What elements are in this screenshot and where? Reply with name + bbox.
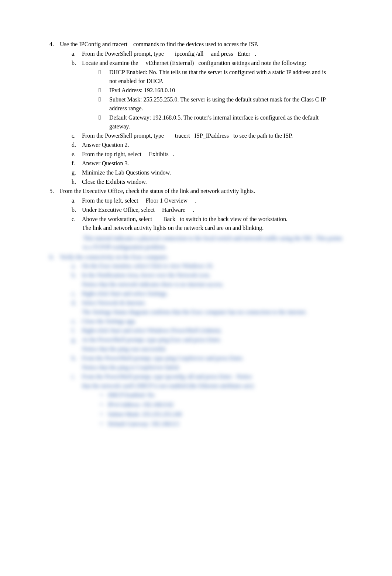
step-number: 5. <box>48 187 60 196</box>
sub-body: From the PowerShell prompt, typeipconfig… <box>82 49 346 58</box>
sub-item-g: g. Minimize the Lab Questions window. <box>72 168 346 177</box>
sub-letter: g. <box>72 335 82 344</box>
step-5-sublist: a. From the top left, selectFloor 1 Over… <box>48 196 346 232</box>
sub-item-c: c. From the PowerShell prompt, typetrace… <box>72 131 346 140</box>
text: to switch to the back view of the workst… <box>180 216 288 222</box>
bullet-text: IPv4 Address: 192.168.0.62 <box>108 400 346 409</box>
bullet-text: Subnet Mask: 255.255.255.0. The server i… <box>109 95 346 113</box>
key: Enter <box>238 51 251 57</box>
sub-body: Locate and examine thevEthernet (Externa… <box>82 59 346 68</box>
bullet-text: Default Gateway: 192.168.0.5 <box>108 420 346 428</box>
sub-letter: a. <box>72 262 82 270</box>
bullet-icon: ▯ <box>98 68 109 86</box>
cmd: ipconfig /all <box>175 51 204 57</box>
sub-item-a: a. From the PowerShell prompt, typeipcon… <box>72 49 346 58</box>
obscured-content: This tutorial indicates a physical conne… <box>48 234 346 428</box>
bullet-icon: ▯ <box>98 86 109 95</box>
text: From the top left, select <box>82 197 138 204</box>
term: vEthernet (External) <box>145 60 194 66</box>
text: . <box>193 207 194 213</box>
bullet-icon: • <box>100 391 108 400</box>
text: and <box>101 41 112 47</box>
blur-line: This tutorial indicates a physical conne… <box>48 234 346 252</box>
sub-item-h: h. Close the Exhibits window. <box>72 177 346 186</box>
sub-body: From the top left, selectFloor 1 Overvie… <box>82 196 346 205</box>
sub-letter: b. <box>72 59 82 68</box>
sub-letter: h. <box>72 177 82 186</box>
bullet-item: ▯ Subnet Mask: 255.255.255.0. The server… <box>98 95 346 113</box>
sub-letter: d. <box>72 299 82 307</box>
bullet-icon: • <box>100 400 108 409</box>
sub-item-f: f. Answer Question 3. <box>72 159 346 168</box>
bullet-item: ▯ IPv4 Address: 192.168.0.10 <box>98 86 346 95</box>
sub-body: From the PowerShell prompt, typetracertI… <box>82 131 346 140</box>
sub-letter: b. <box>72 271 82 280</box>
sub-body: Notice that the network indicates there … <box>82 280 346 289</box>
step-4-intro: Use the IPConfig and tracert commands to… <box>60 40 346 49</box>
document-content: 4. Use the IPConfig and tracert commands… <box>48 40 346 428</box>
step-4: 4. Use the IPConfig and tracert commands… <box>48 40 346 49</box>
sub-letter <box>72 382 82 390</box>
sub-body: In the Notification Area, hover over the… <box>82 271 346 280</box>
sub-letter <box>72 308 82 317</box>
text: configuration settings and note the foll… <box>198 60 306 66</box>
sub-item-e: e. From the top right, selectExhibits. <box>72 150 346 159</box>
sub-letter: h. <box>72 354 82 363</box>
sub-letter: c. <box>72 289 82 298</box>
sub-letter <box>72 363 82 372</box>
term: Floor 1 Overview <box>145 197 188 204</box>
text: Above the workstation, select <box>82 216 152 222</box>
bullet-icon: ▯ <box>98 113 109 131</box>
step-5: 5. From the Executive Office, check the … <box>48 187 346 196</box>
extra-line: The link and network activity lights on … <box>82 224 342 232</box>
sub-item-b: b. Under Executive Office, selectHardwar… <box>72 206 346 214</box>
bullet-icon: ▯ <box>98 95 109 113</box>
text: From the top right, select <box>82 151 141 157</box>
text: Use the <box>60 41 79 47</box>
text: commands to find the devices used to acc… <box>132 41 258 47</box>
sub-letter: a. <box>72 196 82 205</box>
sub-item-b: b. Locate and examine thevEthernet (Exte… <box>72 59 346 68</box>
sub-body: Answer Question 3. <box>82 159 346 168</box>
sub-letter: d. <box>72 141 82 149</box>
bullet-text: IPv4 Address: 192.168.0.10 <box>109 86 346 95</box>
text: . <box>255 51 256 57</box>
sub-body: Notice that the ping was successful. <box>82 345 346 353</box>
sub-item-c: c. Above the workstation, selectBackto s… <box>72 215 346 232</box>
step-5-intro: From the Executive Office, check the sta… <box>60 187 346 196</box>
text: . <box>173 151 175 157</box>
bullet-text: Default Gateway: 192.168.0.5. The router… <box>109 113 346 131</box>
sub-letter: e. <box>72 150 82 159</box>
sub-body: Close the Settings app. <box>82 317 346 326</box>
sub-letter: b. <box>72 206 82 214</box>
sub-body: Under Executive Office, selectHardware. <box>82 206 346 214</box>
bullet-text: DHCP Enabled: No. This tells us that the… <box>109 68 346 86</box>
sub-item-d: d. Answer Question 2. <box>72 141 346 149</box>
sub-body: From the PowerShell prompt, type ping Co… <box>82 354 346 363</box>
sub-body: Notice that the ping to CorpServer faile… <box>82 363 346 372</box>
sub-letter <box>72 280 82 289</box>
text: Locate and examine the <box>82 60 138 66</box>
text: From the PowerShell prompt, type <box>82 51 164 57</box>
sub-body: The Settings Status diagram confirms tha… <box>82 308 346 317</box>
sub-body: From the top right, selectExhibits. <box>82 150 346 159</box>
sub-body: Right-click Start and select Windows Pow… <box>82 326 346 335</box>
sub-letter <box>72 345 82 353</box>
sub-letter: c. <box>72 215 82 232</box>
blur-step-6: 6. Verify the connectivity on the Exec c… <box>48 253 346 262</box>
cmd: tracert <box>112 41 127 47</box>
sub-body: On the Exec monitor, select Click to vie… <box>82 262 346 270</box>
sub-letter: i. <box>72 372 82 381</box>
sub-body: Select Network & Internet. <box>82 299 346 307</box>
sub-letter: c. <box>72 131 82 140</box>
sub-body: Right-click Start and select Settings. <box>82 289 346 298</box>
bullet-item: ▯ DHCP Enabled: No. This tells us that t… <box>98 68 346 86</box>
sub-body: that the network card's DHCP is not enab… <box>82 382 346 390</box>
sub-body: Answer Question 2. <box>82 141 346 149</box>
term: Hardware <box>162 207 185 213</box>
bullet-text: DHCP Enabled: No <box>108 391 346 400</box>
sub-letter: f. <box>72 326 82 335</box>
sub-letter: g. <box>72 168 82 177</box>
step-4-sublist: a. From the PowerShell prompt, typeipcon… <box>48 49 346 186</box>
bullet-icon: • <box>100 410 108 419</box>
